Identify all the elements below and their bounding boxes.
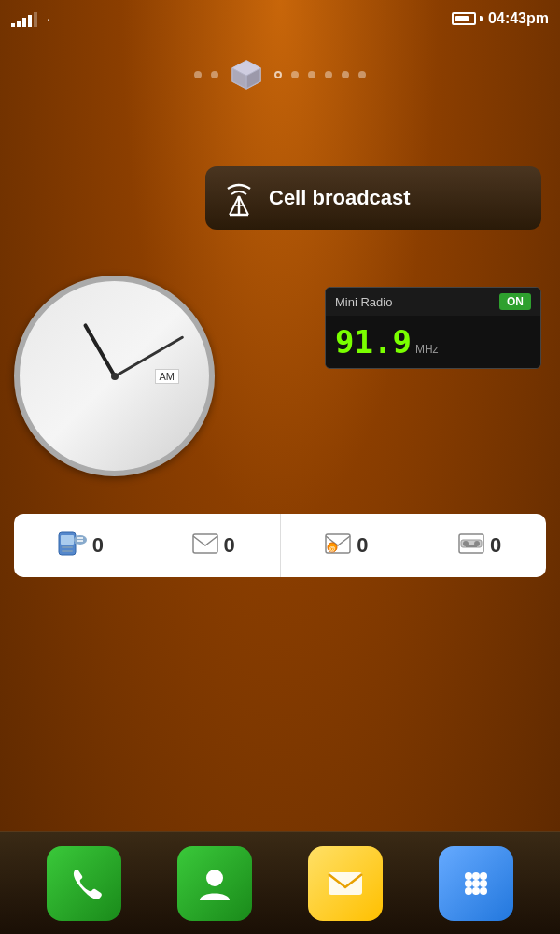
svg-point-35: [465, 887, 472, 895]
page-dot-0[interactable]: [194, 71, 202, 78]
clock-widget[interactable]: AM: [14, 276, 215, 476]
clock-hour-hand: [82, 322, 116, 376]
dock-apps-button[interactable]: [439, 846, 513, 921]
svg-point-34: [480, 880, 487, 887]
voicemail-counter[interactable]: 0: [413, 514, 546, 577]
svg-rect-17: [193, 534, 217, 553]
cell-broadcast-label: Cell broadcast: [269, 186, 411, 210]
clock-ampm-badge: AM: [155, 369, 180, 384]
svg-point-27: [206, 870, 223, 886]
cell-broadcast-widget[interactable]: Cell broadcast: [205, 166, 541, 230]
sms-count: 0: [92, 533, 104, 558]
radio-frequency-number: 91.9: [335, 323, 412, 361]
page-dots: [0, 56, 560, 93]
svg-rect-11: [62, 546, 73, 548]
svg-point-37: [480, 887, 487, 895]
email-counter[interactable]: @ 0: [281, 514, 414, 577]
voicemail-icon: [458, 533, 484, 558]
sms-counter[interactable]: 0: [14, 514, 147, 577]
svg-point-36: [472, 887, 480, 895]
dock-phone-button[interactable]: ···: [47, 846, 121, 921]
status-right: 04:43pm: [452, 10, 549, 27]
signal-dot: ·: [47, 11, 50, 26]
signal-area: ·: [11, 10, 50, 27]
svg-text:@: @: [329, 545, 336, 552]
bottom-dock: ···: [0, 831, 560, 934]
broadcast-tower-icon: [222, 179, 256, 217]
page-dot-7[interactable]: [342, 71, 349, 78]
dock-mail-button[interactable]: [308, 846, 383, 921]
mini-radio-widget[interactable]: Mini Radio ON 91.9 MHz: [325, 287, 541, 369]
svg-rect-28: [329, 872, 362, 895]
page-dot-8[interactable]: [358, 71, 366, 78]
status-bar: · 04:43pm: [0, 0, 560, 37]
mms-counter[interactable]: 0: [147, 514, 281, 577]
svg-text:···: ···: [90, 888, 97, 899]
svg-point-33: [472, 880, 480, 887]
mms-count: 0: [224, 533, 235, 558]
svg-rect-10: [61, 535, 74, 545]
radio-status-badge: ON: [499, 293, 531, 310]
voicemail-count: 0: [490, 533, 501, 558]
svg-rect-12: [62, 550, 73, 552]
svg-point-31: [480, 872, 487, 880]
radio-frequency-display: 91.9 MHz: [326, 316, 540, 368]
page-dot-5[interactable]: [308, 71, 315, 78]
radio-label: Mini Radio: [335, 295, 392, 309]
status-time: 04:43pm: [488, 10, 549, 27]
clock-center: [111, 373, 119, 380]
svg-point-29: [465, 872, 472, 880]
page-dot-6[interactable]: [325, 71, 332, 78]
radio-frequency-unit: MHz: [415, 343, 439, 356]
page-dot-1[interactable]: [211, 71, 218, 78]
cube-icon: [228, 56, 265, 93]
svg-point-32: [465, 880, 472, 887]
sms-icon: [57, 531, 87, 560]
radio-header: Mini Radio ON: [326, 288, 540, 316]
page-dot-4[interactable]: [291, 71, 299, 78]
email-icon: @: [325, 533, 351, 558]
mms-icon: [192, 533, 218, 558]
svg-point-30: [472, 872, 480, 880]
email-count: 0: [357, 533, 368, 558]
messages-widget: 0 0 @ 0: [14, 514, 546, 577]
dock-contacts-button[interactable]: [177, 846, 252, 921]
battery-icon: [452, 12, 483, 25]
signal-bars-icon: [11, 10, 37, 27]
page-dot-3[interactable]: [274, 71, 282, 78]
clock-face: AM: [14, 276, 215, 476]
